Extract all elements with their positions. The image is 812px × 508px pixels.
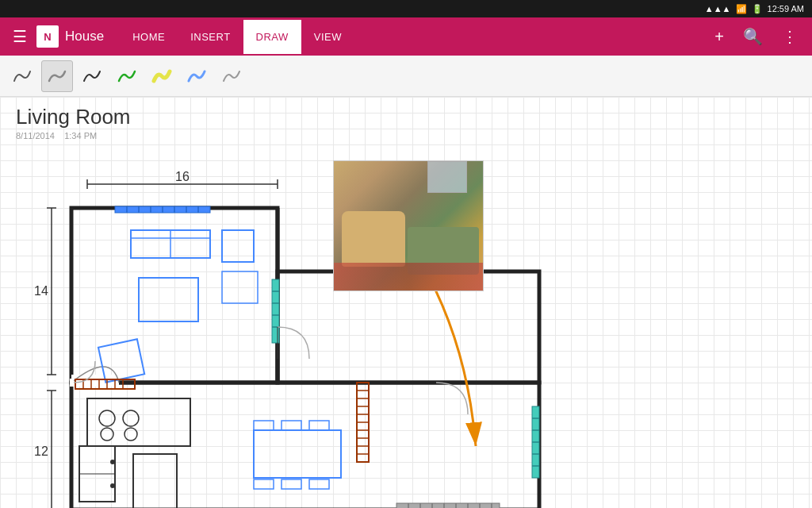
- svg-rect-92: [70, 379, 74, 387]
- svg-point-52: [124, 428, 137, 441]
- pen-tool-5[interactable]: [146, 60, 178, 92]
- pen-tool-4[interactable]: [111, 60, 143, 92]
- time-display: 12:59 AM: [768, 4, 804, 13]
- pen-tool-6[interactable]: [181, 60, 213, 92]
- svg-rect-59: [254, 421, 274, 430]
- pen-tool-7[interactable]: [216, 60, 247, 92]
- svg-rect-16: [71, 208, 278, 383]
- svg-point-51: [101, 428, 113, 441]
- date-text: 8/11/2014: [16, 131, 55, 140]
- nav-draw[interactable]: DRAW: [243, 20, 301, 54]
- photo-window: [427, 161, 467, 193]
- svg-rect-37: [222, 230, 254, 262]
- pen-tool-3[interactable]: [76, 60, 108, 92]
- svg-text:12: 12: [34, 444, 48, 458]
- pen-tool-2[interactable]: [41, 60, 73, 92]
- svg-rect-39: [139, 278, 198, 321]
- nav-menu: HOME INSERT DRAW VIEW: [120, 20, 707, 54]
- svg-rect-64: [309, 479, 329, 489]
- svg-rect-58: [254, 430, 341, 478]
- svg-rect-61: [309, 421, 329, 430]
- svg-text:14: 14: [34, 284, 48, 298]
- svg-point-50: [123, 410, 139, 426]
- svg-rect-57: [133, 454, 177, 508]
- nav-insert[interactable]: INSERT: [178, 20, 243, 54]
- time-text: 1:34 PM: [64, 131, 97, 140]
- svg-text:16: 16: [175, 170, 190, 183]
- canvas-area[interactable]: Living Room 8/11/2014 1:34 PM 16 14 12 4…: [0, 97, 812, 508]
- more-button[interactable]: ⋮: [774, 21, 806, 52]
- room-photo-image: [334, 161, 483, 291]
- svg-rect-38: [222, 271, 258, 303]
- svg-rect-81: [396, 503, 500, 508]
- photo-chair: [342, 211, 405, 267]
- pen-tool-1[interactable]: [6, 60, 38, 92]
- nav-actions: + 🔍 ⋮: [707, 21, 806, 52]
- onenote-logo: N: [36, 25, 59, 48]
- notebook-title[interactable]: House: [65, 29, 104, 44]
- search-button[interactable]: 🔍: [735, 21, 771, 52]
- nav-home[interactable]: HOME: [120, 20, 178, 54]
- svg-point-56: [110, 483, 115, 488]
- svg-rect-60: [282, 421, 301, 430]
- note-title[interactable]: Living Room: [16, 105, 796, 129]
- battery-icon: 🔋: [752, 4, 763, 14]
- room-photo: [333, 160, 484, 291]
- nav-view[interactable]: VIEW: [301, 20, 354, 54]
- svg-point-55: [110, 460, 115, 464]
- svg-rect-62: [254, 479, 274, 489]
- hamburger-button[interactable]: ☰: [6, 21, 33, 52]
- svg-rect-29: [272, 279, 279, 343]
- svg-point-49: [99, 410, 115, 426]
- note-date: 8/11/2014 1:34 PM: [16, 131, 796, 140]
- status-bar: ▲▲▲ 📶 🔋 12:59 AM: [0, 0, 812, 17]
- svg-rect-63: [282, 479, 301, 489]
- draw-toolbar: [0, 56, 812, 97]
- photo-floor: [334, 263, 483, 291]
- wifi-icon: ▲▲▲: [705, 4, 731, 13]
- add-button[interactable]: +: [707, 21, 732, 52]
- signal-icon: 📶: [736, 4, 747, 14]
- nav-bar: ☰ N House HOME INSERT DRAW VIEW + 🔍 ⋮: [0, 17, 812, 56]
